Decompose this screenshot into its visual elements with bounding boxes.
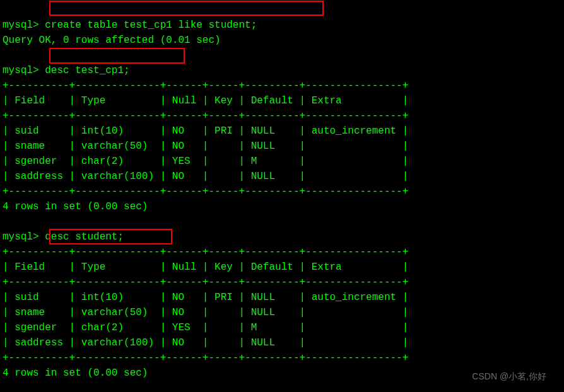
terminal-output: mysql> create table test_cp1 like studen…: [3, 3, 561, 381]
rows-summary-2: 4 rows in set (0.00 sec): [3, 367, 148, 379]
table-row: | sname | varchar(50) | NO | | NULL | |: [3, 141, 408, 152]
sql-command-3: desc student;: [45, 231, 124, 243]
prompt: mysql> create table test_cp1 like studen…: [3, 20, 257, 31]
sql-command-2: desc test_cp1;: [45, 65, 129, 76]
table-row: | saddress | varchar(100) | NO | | NULL …: [3, 337, 408, 349]
prompt: mysql> desc test_cp1;: [3, 65, 130, 76]
table-border: +----------+--------------+------+-----+…: [3, 186, 408, 197]
table-header-row: | Field | Type | Null | Key | Default | …: [3, 262, 408, 273]
watermark-text: CSDN @小茗,你好: [472, 370, 546, 383]
table-border: +----------+--------------+------+-----+…: [3, 110, 408, 122]
table-row: | suid | int(10) | NO | PRI | NULL | aut…: [3, 125, 408, 137]
table-header-row: | Field | Type | Null | Key | Default | …: [3, 95, 408, 107]
table-row: | sname | varchar(50) | NO | | NULL | |: [3, 307, 408, 318]
table-border: +----------+--------------+------+-----+…: [3, 246, 408, 258]
sql-command-1: create table test_cp1 like student;: [45, 20, 257, 31]
prompt: mysql> desc student;: [3, 231, 124, 243]
rows-summary-1: 4 rows in set (0.00 sec): [3, 201, 148, 212]
table-row: | sgender | char(2) | YES | | M | |: [3, 156, 408, 167]
table-border: +----------+--------------+------+-----+…: [3, 80, 408, 91]
table-row: | saddress | varchar(100) | NO | | NULL …: [3, 171, 408, 182]
table-row: | sgender | char(2) | YES | | M | |: [3, 322, 408, 333]
table-border: +----------+--------------+------+-----+…: [3, 352, 408, 364]
table-border: +----------+--------------+------+-----+…: [3, 277, 408, 288]
table-row: | suid | int(10) | NO | PRI | NULL | aut…: [3, 292, 408, 303]
query-result-1: Query OK, 0 rows affected (0.01 sec): [3, 35, 221, 46]
